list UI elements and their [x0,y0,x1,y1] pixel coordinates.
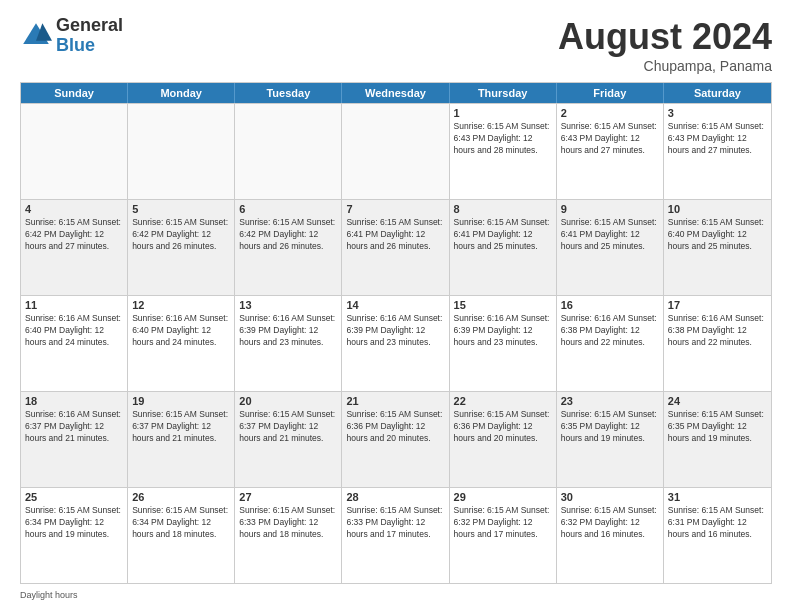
day-number: 18 [25,395,123,407]
day-number: 19 [132,395,230,407]
day-info: Sunrise: 6:16 AM Sunset: 6:37 PM Dayligh… [25,409,123,445]
calendar-cell: 27Sunrise: 6:15 AM Sunset: 6:33 PM Dayli… [235,488,342,583]
calendar-cell: 15Sunrise: 6:16 AM Sunset: 6:39 PM Dayli… [450,296,557,391]
calendar-cell: 24Sunrise: 6:15 AM Sunset: 6:35 PM Dayli… [664,392,771,487]
calendar-cell: 19Sunrise: 6:15 AM Sunset: 6:37 PM Dayli… [128,392,235,487]
day-info: Sunrise: 6:15 AM Sunset: 6:41 PM Dayligh… [346,217,444,253]
day-number: 28 [346,491,444,503]
day-info: Sunrise: 6:15 AM Sunset: 6:35 PM Dayligh… [668,409,767,445]
calendar-cell: 20Sunrise: 6:15 AM Sunset: 6:37 PM Dayli… [235,392,342,487]
calendar-cell: 28Sunrise: 6:15 AM Sunset: 6:33 PM Dayli… [342,488,449,583]
day-number: 17 [668,299,767,311]
calendar-cell: 10Sunrise: 6:15 AM Sunset: 6:40 PM Dayli… [664,200,771,295]
logo-blue-text: Blue [56,36,123,56]
day-number: 12 [132,299,230,311]
logo-general-text: General [56,16,123,36]
day-number: 3 [668,107,767,119]
day-info: Sunrise: 6:15 AM Sunset: 6:42 PM Dayligh… [25,217,123,253]
calendar-cell: 6Sunrise: 6:15 AM Sunset: 6:42 PM Daylig… [235,200,342,295]
logo: General Blue [20,16,123,56]
title-block: August 2024 Chupampa, Panama [558,16,772,74]
calendar-cell: 21Sunrise: 6:15 AM Sunset: 6:36 PM Dayli… [342,392,449,487]
calendar-cell: 7Sunrise: 6:15 AM Sunset: 6:41 PM Daylig… [342,200,449,295]
day-number: 2 [561,107,659,119]
day-number: 24 [668,395,767,407]
day-info: Sunrise: 6:16 AM Sunset: 6:38 PM Dayligh… [668,313,767,349]
calendar-cell: 25Sunrise: 6:15 AM Sunset: 6:34 PM Dayli… [21,488,128,583]
day-number: 21 [346,395,444,407]
calendar-header-friday: Friday [557,83,664,103]
day-info: Sunrise: 6:15 AM Sunset: 6:35 PM Dayligh… [561,409,659,445]
calendar-header-sunday: Sunday [21,83,128,103]
calendar-cell: 5Sunrise: 6:15 AM Sunset: 6:42 PM Daylig… [128,200,235,295]
day-info: Sunrise: 6:15 AM Sunset: 6:43 PM Dayligh… [668,121,767,157]
day-number: 13 [239,299,337,311]
day-number: 11 [25,299,123,311]
calendar-row-4: 18Sunrise: 6:16 AM Sunset: 6:37 PM Dayli… [21,391,771,487]
day-number: 31 [668,491,767,503]
calendar-cell: 8Sunrise: 6:15 AM Sunset: 6:41 PM Daylig… [450,200,557,295]
day-info: Sunrise: 6:16 AM Sunset: 6:39 PM Dayligh… [454,313,552,349]
day-info: Sunrise: 6:15 AM Sunset: 6:41 PM Dayligh… [561,217,659,253]
calendar-cell: 31Sunrise: 6:15 AM Sunset: 6:31 PM Dayli… [664,488,771,583]
logo-text: General Blue [56,16,123,56]
calendar-cell: 22Sunrise: 6:15 AM Sunset: 6:36 PM Dayli… [450,392,557,487]
calendar-row-2: 4Sunrise: 6:15 AM Sunset: 6:42 PM Daylig… [21,199,771,295]
calendar-cell: 4Sunrise: 6:15 AM Sunset: 6:42 PM Daylig… [21,200,128,295]
day-info: Sunrise: 6:15 AM Sunset: 6:43 PM Dayligh… [561,121,659,157]
day-number: 29 [454,491,552,503]
calendar-header: SundayMondayTuesdayWednesdayThursdayFrid… [21,83,771,103]
calendar-cell [342,104,449,199]
day-info: Sunrise: 6:16 AM Sunset: 6:39 PM Dayligh… [346,313,444,349]
calendar-cell [128,104,235,199]
calendar-cell: 29Sunrise: 6:15 AM Sunset: 6:32 PM Dayli… [450,488,557,583]
calendar-header-saturday: Saturday [664,83,771,103]
day-info: Sunrise: 6:15 AM Sunset: 6:40 PM Dayligh… [668,217,767,253]
day-info: Sunrise: 6:15 AM Sunset: 6:32 PM Dayligh… [561,505,659,541]
calendar-cell: 9Sunrise: 6:15 AM Sunset: 6:41 PM Daylig… [557,200,664,295]
day-number: 27 [239,491,337,503]
day-number: 10 [668,203,767,215]
page: General Blue August 2024 Chupampa, Panam… [0,0,792,612]
day-info: Sunrise: 6:15 AM Sunset: 6:41 PM Dayligh… [454,217,552,253]
calendar-cell: 11Sunrise: 6:16 AM Sunset: 6:40 PM Dayli… [21,296,128,391]
day-info: Sunrise: 6:15 AM Sunset: 6:34 PM Dayligh… [25,505,123,541]
calendar-cell: 30Sunrise: 6:15 AM Sunset: 6:32 PM Dayli… [557,488,664,583]
day-info: Sunrise: 6:15 AM Sunset: 6:31 PM Dayligh… [668,505,767,541]
header: General Blue August 2024 Chupampa, Panam… [20,16,772,74]
day-number: 25 [25,491,123,503]
calendar-cell: 17Sunrise: 6:16 AM Sunset: 6:38 PM Dayli… [664,296,771,391]
calendar-body: 1Sunrise: 6:15 AM Sunset: 6:43 PM Daylig… [21,103,771,583]
day-info: Sunrise: 6:15 AM Sunset: 6:36 PM Dayligh… [454,409,552,445]
calendar-cell: 23Sunrise: 6:15 AM Sunset: 6:35 PM Dayli… [557,392,664,487]
calendar-header-wednesday: Wednesday [342,83,449,103]
footer-label: Daylight hours [20,590,78,600]
day-number: 23 [561,395,659,407]
day-number: 16 [561,299,659,311]
logo-icon [20,20,52,52]
day-info: Sunrise: 6:15 AM Sunset: 6:42 PM Dayligh… [132,217,230,253]
day-info: Sunrise: 6:15 AM Sunset: 6:42 PM Dayligh… [239,217,337,253]
day-number: 30 [561,491,659,503]
day-number: 8 [454,203,552,215]
day-info: Sunrise: 6:15 AM Sunset: 6:37 PM Dayligh… [239,409,337,445]
day-number: 6 [239,203,337,215]
day-number: 5 [132,203,230,215]
day-info: Sunrise: 6:15 AM Sunset: 6:33 PM Dayligh… [346,505,444,541]
calendar-row-3: 11Sunrise: 6:16 AM Sunset: 6:40 PM Dayli… [21,295,771,391]
day-info: Sunrise: 6:15 AM Sunset: 6:37 PM Dayligh… [132,409,230,445]
day-number: 15 [454,299,552,311]
calendar-header-thursday: Thursday [450,83,557,103]
calendar-cell: 26Sunrise: 6:15 AM Sunset: 6:34 PM Dayli… [128,488,235,583]
footer: Daylight hours [20,590,772,600]
day-number: 9 [561,203,659,215]
day-number: 4 [25,203,123,215]
day-number: 26 [132,491,230,503]
day-number: 22 [454,395,552,407]
calendar-cell: 14Sunrise: 6:16 AM Sunset: 6:39 PM Dayli… [342,296,449,391]
calendar-header-monday: Monday [128,83,235,103]
day-info: Sunrise: 6:15 AM Sunset: 6:34 PM Dayligh… [132,505,230,541]
day-info: Sunrise: 6:16 AM Sunset: 6:39 PM Dayligh… [239,313,337,349]
day-number: 1 [454,107,552,119]
day-number: 20 [239,395,337,407]
